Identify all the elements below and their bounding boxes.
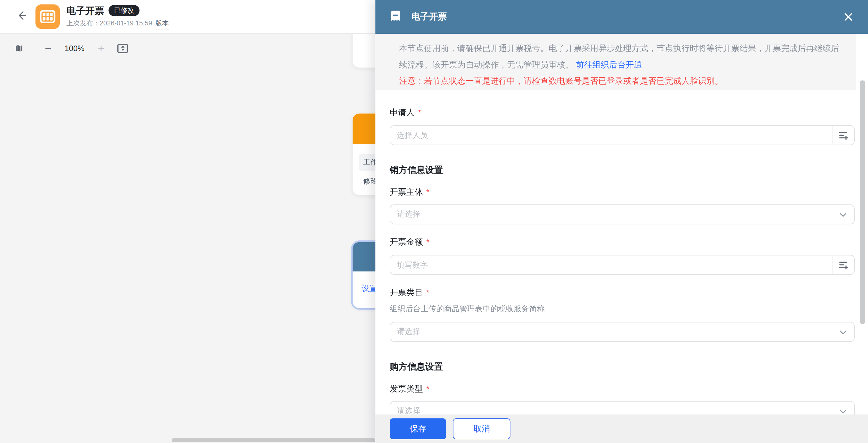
insert-field-button[interactable] (832, 255, 855, 274)
seller-section-header: 销方信息设置 (390, 165, 855, 176)
cancel-button[interactable]: 取消 (453, 418, 510, 439)
last-published-text: 上次发布：2026-01-19 15:59 (67, 19, 152, 28)
back-button[interactable] (12, 7, 31, 26)
app-table-icon (35, 4, 60, 29)
buyer-section-header: 购方信息设置 (390, 361, 855, 373)
chevron-down-icon (840, 209, 846, 219)
page-title: 电子开票 (67, 4, 104, 17)
amount-input[interactable] (390, 255, 832, 274)
required-mark: * (426, 384, 429, 393)
applicant-input[interactable] (390, 126, 832, 145)
amount-input-row (390, 255, 855, 275)
open-backend-link[interactable]: 前往组织后台开通 (576, 60, 642, 69)
insert-field-button[interactable] (832, 126, 855, 145)
horizontal-scrollbar[interactable] (172, 438, 375, 442)
invoice-form: 申请人* 销方信息设置 开票主体* 请选择 (375, 108, 856, 421)
app-window: 电子开票 已修改 上次发布：2026-01-19 15:59 版本 − 100%… (0, 0, 868, 443)
fit-view-icon[interactable] (118, 43, 128, 53)
panel-body: 本节点使用前，请确保已开通开票税号。电子开票采用异步处理方式，节点执行时将等待开… (375, 34, 868, 443)
arrow-left-icon (16, 10, 27, 23)
applicant-input-row (390, 125, 855, 145)
required-mark: * (426, 238, 429, 246)
applicant-label: 申请人* (390, 108, 855, 118)
close-icon[interactable] (840, 9, 856, 25)
required-mark: * (426, 188, 429, 197)
notice-block: 本节点使用前，请确保已开通开票税号。电子开票采用异步处理方式，节点执行时将等待开… (375, 34, 856, 90)
category-select[interactable]: 请选择 (390, 322, 855, 342)
config-panel: 电子开票 本节点使用前，请确保已开通开票税号。电子开票采用异步处理方式，节点执行… (375, 0, 868, 443)
receipt-icon (389, 9, 402, 25)
panel-footer: 保存 取消 (375, 414, 868, 443)
required-mark: * (426, 288, 429, 297)
zoom-out-button[interactable]: − (45, 42, 52, 55)
save-button[interactable]: 保存 (390, 418, 446, 439)
amount-label: 开票金额* (390, 237, 855, 247)
status-badge: 已修改 (108, 5, 140, 16)
subject-label: 开票主体* (390, 187, 855, 198)
version-link[interactable]: 版本 (155, 19, 169, 29)
title-box: 电子开票 已修改 上次发布：2026-01-19 15:59 版本 (67, 4, 169, 29)
subject-select[interactable]: 请选择 (390, 204, 855, 224)
invoice-type-label: 发票类型* (390, 384, 855, 394)
required-mark: * (418, 108, 421, 117)
chevron-down-icon (840, 327, 846, 337)
category-helper-text: 组织后台上传的商品管理表中的税收服务简称 (390, 304, 855, 314)
map-icon[interactable] (14, 43, 24, 53)
zoom-toolbar: − 100% + (14, 41, 128, 55)
category-label: 开票类目* (390, 288, 855, 298)
zoom-level: 100% (63, 44, 87, 53)
panel-header: 电子开票 (375, 0, 868, 34)
notice-warning: 注意：若节点状态一直是进行中，请检查数电账号是否已登录或者是否已完成人脸识别。 (399, 73, 841, 89)
zoom-in-button[interactable]: + (98, 42, 104, 55)
panel-title: 电子开票 (411, 11, 447, 23)
vertical-scrollbar[interactable] (860, 80, 865, 324)
